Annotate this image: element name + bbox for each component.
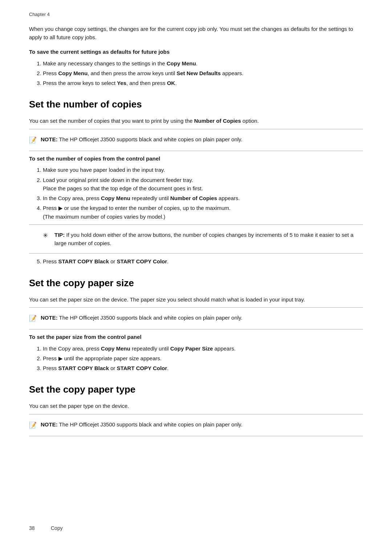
section1-step-2: Load your original print side down in th…	[43, 176, 363, 193]
section3-note: 📝 NOTE: The HP Officejet J3500 supports …	[29, 418, 363, 432]
divider-3	[29, 224, 363, 225]
section2-steps: In the Copy area, press Copy Menu repeat…	[43, 344, 363, 373]
section2-body: You can set the paper size on the device…	[29, 295, 363, 304]
divider-2	[29, 151, 363, 151]
section1-note-text: NOTE: The HP Officejet J3500 supports bl…	[41, 135, 242, 143]
section2-title: Set the copy paper size	[29, 276, 363, 290]
section3-body: You can set the paper type on the device…	[29, 402, 363, 410]
section1-title: Set the number of copies	[29, 97, 363, 112]
divider-1	[29, 129, 363, 129]
section1-step-3: In the Copy area, press Copy Menu repeat…	[43, 194, 363, 202]
note-icon-1: 📝	[29, 135, 37, 145]
section3-title: Set the copy paper type	[29, 382, 363, 397]
section2-step-1: In the Copy area, press Copy Menu repeat…	[43, 344, 363, 353]
page-content: Chapter 4 When you change copy settings,…	[0, 0, 392, 462]
section1-step5-list: Press START COPY Black or START COPY Col…	[43, 257, 363, 266]
chapter-label: Chapter 4	[29, 11, 363, 18]
section1-body: You can set the number of copies that yo…	[29, 117, 363, 125]
section1-tip: ✳ TIP: If you hold down either of the ar…	[43, 228, 363, 250]
section1-steps: Make sure you have paper loaded in the i…	[43, 166, 363, 221]
save-defaults-list: Make any necessary changes to the settin…	[43, 59, 363, 88]
footer-label: Copy	[51, 524, 63, 532]
divider-4	[29, 253, 363, 254]
section1-note: 📝 NOTE: The HP Officejet J3500 supports …	[29, 133, 363, 147]
section1-tip-text: TIP: If you hold down either of the arro…	[54, 231, 363, 248]
note-icon-2: 📝	[29, 314, 37, 323]
save-defaults-heading: To save the current settings as defaults…	[29, 48, 363, 56]
footer-page-number: 38	[29, 524, 40, 532]
section1-step-4: Press ▶ or use the keypad to enter the n…	[43, 204, 363, 221]
tip-icon-1: ✳	[43, 231, 51, 240]
intro-text: When you change copy settings, the chang…	[29, 25, 363, 42]
section2-sub-heading: To set the paper size from the control p…	[29, 333, 363, 341]
divider-8	[29, 436, 363, 436]
divider-5	[29, 307, 363, 308]
save-step-1: Make any necessary changes to the settin…	[43, 59, 363, 68]
section2-step-2: Press ▶ until the appropriate paper size…	[43, 354, 363, 362]
save-step-3: Press the arrow keys to select Yes, and …	[43, 79, 363, 87]
section2-note-text: NOTE: The HP Officejet J3500 supports bl…	[41, 313, 242, 322]
save-step-2: Press Copy Menu, and then press the arro…	[43, 69, 363, 77]
section1-sub-heading: To set the number of copies from the con…	[29, 155, 363, 163]
section2-note: 📝 NOTE: The HP Officejet J3500 supports …	[29, 311, 363, 325]
section1-step-1: Make sure you have paper loaded in the i…	[43, 166, 363, 174]
section1-step-5: Press START COPY Black or START COPY Col…	[43, 257, 363, 266]
footer: 38 Copy	[29, 524, 363, 532]
section3-note-text: NOTE: The HP Officejet J3500 supports bl…	[41, 420, 242, 429]
divider-6	[29, 329, 363, 329]
note-icon-3: 📝	[29, 421, 37, 430]
section2-step-3: Press START COPY Black or START COPY Col…	[43, 364, 363, 372]
divider-7	[29, 414, 363, 414]
